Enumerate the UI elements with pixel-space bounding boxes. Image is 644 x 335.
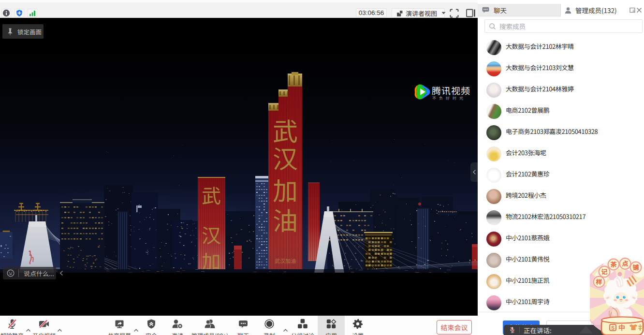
svg-text:茶: 茶	[610, 260, 617, 269]
svg-text:S: S	[611, 325, 615, 331]
svg-text:记: 记	[601, 267, 607, 276]
svg-text:中: 中	[618, 322, 625, 332]
svg-text:点: 点	[622, 259, 628, 268]
svg-text:铺: 铺	[632, 262, 639, 272]
svg-text:样: 样	[596, 277, 602, 286]
svg-text:不负好时光: 不负好时光	[432, 95, 466, 101]
svg-text:腾讯视频: 腾讯视频	[432, 84, 470, 97]
